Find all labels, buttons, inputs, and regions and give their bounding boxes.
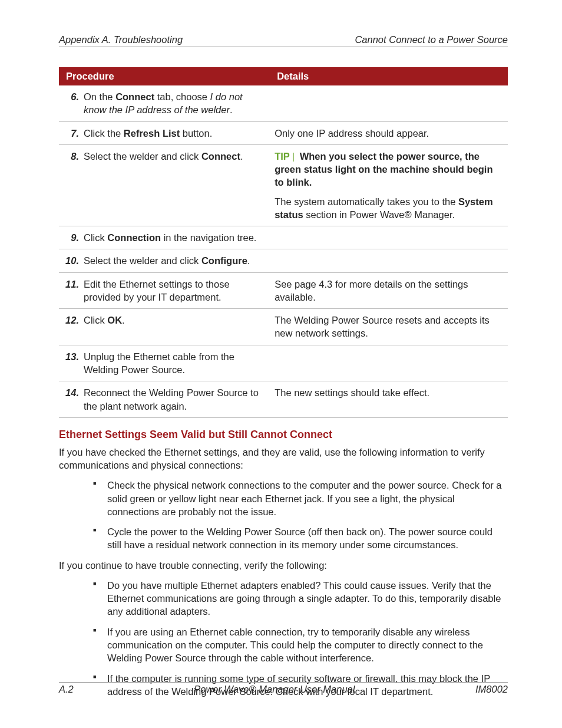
footer-left: A.2 bbox=[59, 684, 74, 695]
step-num: 14. bbox=[59, 386, 84, 413]
section-heading: Ethernet Settings Seem Valid but Still C… bbox=[59, 429, 508, 441]
step-text: Click the Refresh List button. bbox=[84, 127, 265, 140]
bullet-list: Do you have multiple Ethernet adapters e… bbox=[59, 579, 508, 698]
step-num: 9. bbox=[59, 231, 84, 244]
step-num: 6. bbox=[59, 90, 84, 117]
details-text: See page 4.3 for more details on the set… bbox=[270, 272, 508, 309]
details-text: TIP| When you select the power source, t… bbox=[270, 144, 508, 226]
table-row: 14. Reconnect the Welding Power Source t… bbox=[59, 381, 508, 418]
list-item: Cycle the power to the Welding Power Sou… bbox=[93, 525, 508, 552]
list-item: Check the physical network connections t… bbox=[93, 479, 508, 518]
bullet-list: Check the physical network connections t… bbox=[59, 479, 508, 551]
details-text: The new settings should take effect. bbox=[270, 381, 508, 418]
step-text: Reconnect the Welding Power Source to th… bbox=[84, 386, 265, 413]
step-text: Click Connection in the navigation tree. bbox=[84, 231, 265, 244]
table-row: 10. Select the welder and click Configur… bbox=[59, 249, 508, 272]
step-num: 12. bbox=[59, 314, 84, 327]
table-row: 7. Click the Refresh List button. Only o… bbox=[59, 121, 508, 144]
step-num: 7. bbox=[59, 127, 84, 140]
body-paragraph: If you have checked the Ethernet setting… bbox=[59, 446, 508, 472]
step-num: 13. bbox=[59, 350, 84, 377]
step-num: 8. bbox=[59, 150, 84, 163]
step-text: Click OK. bbox=[84, 314, 265, 327]
col-procedure: Procedure bbox=[59, 67, 270, 85]
table-row: 11. Edit the Ethernet settings to those … bbox=[59, 272, 508, 309]
tip-label: TIP bbox=[275, 151, 290, 162]
list-item: If you are using an Ethernet cable conne… bbox=[93, 625, 508, 665]
table-row: 13. Unplug the Ethernet cable from the W… bbox=[59, 345, 508, 381]
list-item: Do you have multiple Ethernet adapters e… bbox=[93, 579, 508, 618]
step-text: On the Connect tab, choose I do not know… bbox=[84, 90, 265, 117]
step-text: Select the welder and click Configure. bbox=[84, 254, 265, 267]
footer-center: Power Wave® Manager User Manual bbox=[74, 684, 475, 695]
step-text: Select the welder and click Connect. bbox=[84, 150, 265, 163]
step-num: 10. bbox=[59, 254, 84, 267]
step-text: Edit the Ethernet settings to those prov… bbox=[84, 278, 265, 304]
table-row: 9. Click Connection in the navigation tr… bbox=[59, 226, 508, 249]
footer-right: IM8002 bbox=[475, 684, 508, 695]
table-row: 12. Click OK. The Welding Power Source r… bbox=[59, 309, 508, 345]
col-details: Details bbox=[270, 67, 508, 85]
header-left: Appendix A. Troubleshooting bbox=[59, 34, 183, 45]
header-right: Cannot Connect to a Power Source bbox=[355, 34, 508, 45]
step-num: 11. bbox=[59, 278, 84, 304]
details-text: Only one IP address should appear. bbox=[270, 121, 508, 144]
procedure-table: Procedure Details 6. On the Connect tab,… bbox=[59, 67, 508, 418]
body-paragraph: If you continue to have trouble connecti… bbox=[59, 559, 508, 572]
page-header: Appendix A. Troubleshooting Cannot Conne… bbox=[59, 34, 508, 47]
table-row: 6. On the Connect tab, choose I do not k… bbox=[59, 85, 508, 121]
details-text: The Welding Power Source resets and acce… bbox=[270, 309, 508, 345]
table-row: 8. Select the welder and click Connect. … bbox=[59, 144, 508, 226]
page-footer: A.2 Power Wave® Manager User Manual IM80… bbox=[59, 682, 508, 695]
tip-sep: | bbox=[290, 151, 297, 162]
step-text: Unplug the Ethernet cable from the Weldi… bbox=[84, 350, 265, 377]
